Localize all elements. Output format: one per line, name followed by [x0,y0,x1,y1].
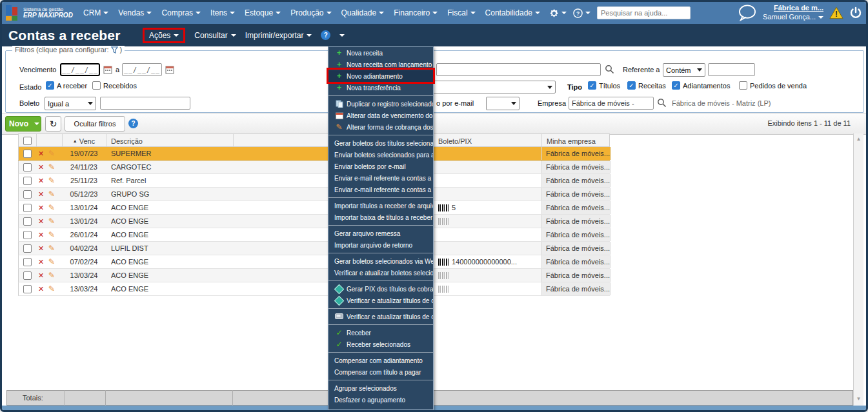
scroll-down-icon[interactable]: ▼ [854,396,863,402]
delete-icon[interactable]: ✕ [38,201,47,214]
tipo-checkbox-pedidos-de-venda[interactable] [739,81,747,90]
menu-item-0[interactable]: +Nova receita [328,47,433,59]
topnav-item-contabilidade[interactable]: Contabilidade [485,8,540,17]
table-row[interactable]: ✕✎13/01/24ACO ENGEFábrica de móveis... [18,215,610,228]
topnav-item-crm[interactable]: CRM [83,8,108,17]
referente-input[interactable] [708,63,755,76]
menu-item-7[interactable]: Gerar boletos dos títulos selecionados [328,137,433,149]
power-icon[interactable] [849,6,862,19]
table-row[interactable]: ✕✎04/02/24LUFIL DISTFábrica de móveis... [18,242,610,255]
help-search-input[interactable] [597,6,691,19]
edit-icon[interactable]: ✎ [48,147,59,160]
column-header-descricao[interactable]: Descrição [111,134,143,148]
table-row[interactable]: ✕✎19/07/23SUPERMERFábrica de móveis... [18,147,610,161]
filters-legend[interactable]: Filtros (clique para configurar: ) [12,46,125,54]
edit-icon[interactable]: ✎ [48,269,59,282]
app-logo[interactable]: Sistema de gestão ERP MAXIPROD [6,5,78,21]
vencimento-to-input[interactable]: __/__/__ [122,63,162,76]
row-checkbox[interactable] [23,271,32,280]
topnav-item-produção[interactable]: Produção [290,8,331,17]
menu-item-19[interactable]: Verificar e atualizar títulos de cobranç… [328,295,433,306]
menu-item-3[interactable]: +Nova transferência [328,82,433,93]
edit-icon[interactable]: ✎ [48,228,59,241]
company-link[interactable]: Fábrica de m... [763,4,823,13]
refresh-button[interactable]: ↻ [45,116,61,132]
delete-icon[interactable]: ✕ [38,188,47,201]
boleto-operator-select[interactable]: Igual a [45,97,96,110]
delete-icon[interactable]: ✕ [38,242,47,255]
row-checkbox[interactable] [23,177,32,185]
topnav-item-financeiro[interactable]: Financeiro [394,8,438,17]
row-checkbox[interactable] [23,190,32,199]
menu-item-14[interactable]: Gerar arquivo remessa [328,228,433,239]
menu-item-12[interactable]: Importar títulos a receber de arquivo Ex… [328,200,433,211]
chat-icon[interactable] [738,5,757,21]
settings-menu[interactable] [549,8,567,18]
table-row[interactable]: ✕✎13/03/24ACO ENGEFábrica de móveis... [18,282,610,296]
chevron-down-icon[interactable] [339,34,345,37]
column-header-boleto[interactable]: Boleto/PIX [438,134,472,148]
novo-dropdown[interactable] [32,123,42,125]
empresa-input[interactable]: Fábrica de móveis - [569,97,654,110]
magnifier-icon[interactable] [657,98,667,108]
page-help-icon[interactable]: ? [321,30,330,40]
menu-item-5[interactable]: Alterar data de vencimento dos títulos s… [328,110,433,121]
edit-icon[interactable]: ✎ [48,174,59,187]
consultar-menu-button[interactable]: Consultar [194,31,236,40]
novo-button[interactable]: Novo [5,116,41,132]
edit-icon[interactable]: ✎ [48,161,59,173]
table-row[interactable]: ✕✎25/11/23Ref. ParcelFábrica de móveis..… [18,174,610,188]
menu-item-15[interactable]: Importar arquivo de retorno [328,239,433,251]
delete-icon[interactable]: ✕ [38,269,47,282]
edit-icon[interactable]: ✎ [48,188,59,201]
menu-item-1[interactable]: +Nova receita com lançamento [328,59,433,70]
select-all-checkbox[interactable] [23,137,32,145]
menu-item-26[interactable]: Desfazer o agrupamento [328,394,433,406]
menu-item-22[interactable]: ✓Receber selecionados [328,338,433,350]
edit-icon[interactable]: ✎ [48,201,59,214]
edit-icon[interactable]: ✎ [48,282,59,295]
scroll-up-icon[interactable]: ▲ [854,136,863,142]
topnav-item-itens[interactable]: Itens [210,8,235,17]
menu-item-2[interactable]: +Novo adiantamento [328,70,433,82]
table-scrollbar[interactable]: ▲ ▼ [853,133,863,406]
estado-checkbox-a-receber[interactable]: ✓ [46,81,54,90]
user-menu[interactable]: Samuel Gonça... [763,13,823,22]
info-icon[interactable]: ? [128,119,138,128]
calendar-icon[interactable] [103,65,112,74]
topnav-item-estoque[interactable]: Estoque [245,8,281,17]
column-header-venc[interactable]: ▲ Venc [62,134,106,148]
column-header-empresa[interactable]: Minha empresa [547,134,596,148]
vencimento-from-input[interactable]: __/__/__ [60,63,100,76]
delete-icon[interactable]: ✕ [38,215,47,228]
delete-icon[interactable]: ✕ [38,147,47,160]
help-menu[interactable]: ? [573,8,590,18]
menu-item-11[interactable]: Enviar e-mail referente a contas a receb… [328,184,433,195]
row-checkbox[interactable] [23,204,32,212]
table-row[interactable]: ✕✎07/02/24ACO ENGE140000000000000...Fábr… [18,255,610,269]
row-checkbox[interactable] [23,231,32,239]
tipo-checkbox-receitas[interactable]: ✓ [627,81,636,90]
tipo-checkbox-adiantamentos[interactable]: ✓ [672,81,680,90]
topnav-item-fiscal[interactable]: Fiscal [447,8,475,17]
topnav-item-compras[interactable]: Compras [161,8,201,17]
menu-item-25[interactable]: Agrupar selecionados [328,382,433,394]
menu-item-18[interactable]: Gerar PIX dos títulos de cobrança seleci… [328,283,433,295]
menu-item-20[interactable]: Verificar e atualizar títulos de cobranç… [328,311,433,322]
menu-item-6[interactable]: ✎Alterar forma de cobrança dos títulos s… [328,121,433,133]
cliente-input[interactable] [436,63,601,76]
row-checkbox[interactable] [23,150,32,158]
row-checkbox[interactable] [23,217,32,226]
estado-checkbox-recebidos[interactable] [92,81,101,90]
edit-icon[interactable]: ✎ [48,215,59,228]
tipo-checkbox-títulos[interactable]: ✓ [588,81,596,90]
menu-item-24[interactable]: Compensar com título a pagar [328,366,433,378]
menu-item-4[interactable]: Duplicar o registro selecionado [328,98,433,110]
row-checkbox[interactable] [23,258,32,266]
menu-item-13[interactable]: Importar baixa de títulos a receber de a… [328,211,433,223]
menu-item-17[interactable]: Verificar e atualizar boletos selecionad… [328,267,433,279]
menu-item-9[interactable]: Enviar boletos por e-mail [328,161,433,172]
boleto-input[interactable] [100,97,190,110]
menu-item-10[interactable]: Enviar e-mail referente a contas a receb… [328,172,433,184]
delete-icon[interactable]: ✕ [38,174,47,187]
